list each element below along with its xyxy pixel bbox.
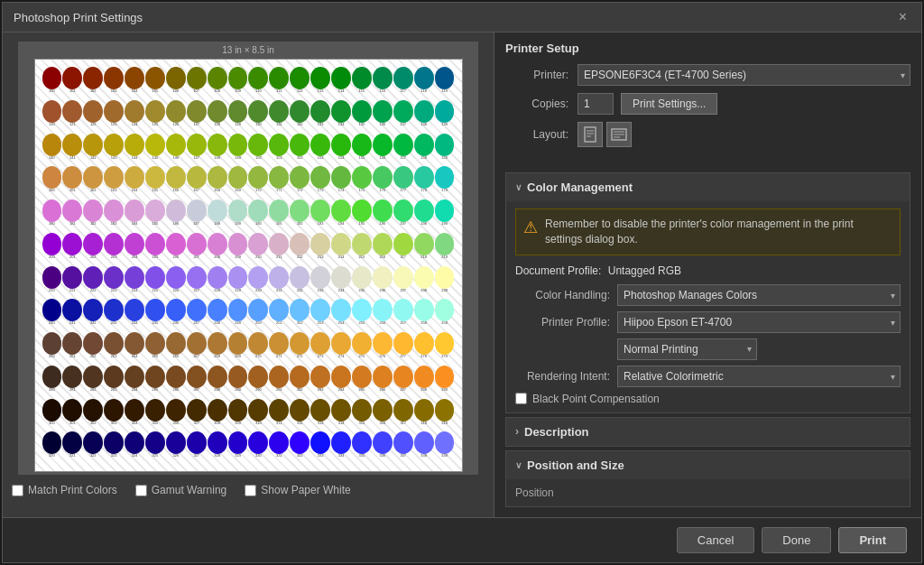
swatch-oval: [187, 67, 207, 89]
color-handling-select[interactable]: Photoshop Manages Colors Printer Manages…: [617, 284, 901, 306]
warning-icon: ⚠: [523, 218, 538, 237]
swatch-oval: [83, 431, 103, 454]
swatch-oval: [228, 233, 248, 255]
swatch-cell: 243: [104, 299, 124, 331]
swatch-oval: [104, 199, 124, 222]
description-header[interactable]: › Description: [506, 418, 910, 446]
swatch-cell: 267: [187, 332, 207, 365]
swatch-oval: [310, 166, 330, 189]
left-panel: 13 in × 8.5 in 1001011021031041051061071…: [3, 32, 494, 517]
swatch-oval: [125, 166, 144, 189]
swatch-cell: 140: [42, 134, 62, 166]
swatch-cell: 250: [248, 299, 268, 331]
swatch-oval: [125, 431, 144, 454]
color-handling-select-wrapper: Photoshop Manages Colors Printer Manages…: [617, 284, 901, 306]
swatch-cell: 295: [352, 366, 372, 398]
swatch-cell: 162: [83, 166, 103, 199]
swatch-oval: [290, 199, 310, 222]
swatch-cell: 150: [248, 134, 268, 166]
swatch-oval: [393, 166, 413, 189]
swatch-cell: 335: [352, 431, 372, 464]
swatch-oval: [83, 299, 103, 321]
swatch-oval: [331, 166, 351, 189]
show-paper-white-checkbox[interactable]: [245, 485, 256, 496]
swatch-cell: 326: [166, 431, 186, 464]
swatch-oval: [352, 233, 372, 255]
swatch-cell: 102: [83, 67, 103, 99]
swatch-oval: [435, 233, 455, 255]
print-button[interactable]: Print: [838, 527, 907, 553]
color-management-header[interactable]: ∨ Color Management: [506, 173, 910, 201]
swatch-oval: [373, 299, 393, 321]
swatch-cell: 228: [208, 266, 227, 299]
printer-select[interactable]: EPSONE6F3C4 (ET-4700 Series): [578, 64, 910, 86]
swatch-oval: [145, 332, 165, 355]
swatch-oval: [62, 166, 82, 189]
normal-printing-select[interactable]: Normal Printing Hard Proofing: [617, 338, 757, 360]
color-management-section: ∨ Color Management ⚠ Remember to disable…: [505, 172, 910, 413]
swatch-cell: 319: [435, 399, 455, 431]
swatch-oval: [228, 399, 248, 421]
swatch-oval: [393, 366, 413, 388]
swatch-cell: 209: [228, 233, 248, 265]
gamut-warning-label[interactable]: Gamut Warning: [135, 484, 227, 496]
show-paper-white-label[interactable]: Show Paper White: [245, 484, 350, 496]
printer-profile-select[interactable]: Hiipoo Epson ET-4700: [617, 311, 901, 333]
swatch-oval: [331, 134, 351, 156]
swatch-oval: [145, 366, 165, 388]
swatch-oval: [248, 266, 268, 289]
swatch-cell: 311: [269, 399, 289, 431]
swatch-cell: 109: [228, 67, 248, 99]
swatch-oval: [145, 431, 165, 454]
swatch-cell: 278: [414, 332, 434, 365]
gamut-warning-checkbox[interactable]: [135, 485, 147, 496]
landscape-icon[interactable]: [606, 122, 632, 147]
swatch-oval: [62, 199, 82, 222]
swatch-cell: 235: [352, 266, 372, 299]
match-print-colors-checkbox[interactable]: [12, 485, 23, 496]
swatch-oval: [125, 134, 144, 156]
swatch-oval: [187, 166, 207, 189]
swatch-cell: 327: [187, 431, 207, 464]
swatch-oval: [42, 199, 62, 222]
swatch-oval: [187, 134, 207, 156]
cancel-button[interactable]: Cancel: [677, 527, 754, 553]
swatch-oval: [104, 431, 124, 454]
swatch-cell: 170: [248, 166, 268, 199]
swatch-cell: 238: [414, 266, 434, 299]
copies-input[interactable]: [578, 93, 614, 115]
swatch-oval: [145, 100, 165, 123]
done-button[interactable]: Done: [762, 527, 831, 553]
description-title: Description: [524, 425, 589, 439]
rendering-intent-select[interactable]: Relative Colorimetric Perceptual Saturat…: [617, 366, 901, 387]
swatch-cell: 103: [104, 67, 124, 99]
swatch-cell: 331: [269, 431, 289, 464]
swatch-oval: [42, 134, 62, 156]
position-size-header[interactable]: ∨ Position and Size: [506, 451, 910, 479]
swatch-cell: 144: [125, 134, 144, 166]
swatch-cell: 128: [208, 100, 227, 133]
swatch-cell: 282: [83, 366, 103, 398]
swatch-oval: [435, 366, 455, 388]
portrait-icon[interactable]: [578, 122, 603, 147]
swatch-cell: 223: [104, 266, 124, 299]
close-button[interactable]: ×: [895, 10, 910, 24]
swatch-oval: [187, 266, 207, 289]
bpc-checkbox[interactable]: [515, 393, 527, 404]
swatch-cell: 328: [208, 431, 227, 464]
swatch-oval: [125, 366, 144, 388]
swatch-cell: 273: [310, 332, 330, 365]
match-print-colors-label[interactable]: Match Print Colors: [12, 484, 117, 496]
swatch-cell: 137: [393, 100, 413, 133]
swatch-cell: 119: [435, 67, 455, 99]
swatch-oval: [62, 233, 82, 255]
swatch-oval: [435, 100, 455, 123]
swatch-cell: 216: [373, 233, 393, 265]
print-settings-button[interactable]: Print Settings...: [621, 93, 717, 115]
swatch-oval: [42, 233, 62, 255]
swatch-cell: 323: [104, 431, 124, 464]
position-size-body: Position: [506, 479, 910, 506]
swatch-cell: 190: [248, 199, 268, 232]
swatch-cell: 182: [83, 199, 103, 232]
swatch-cell: 225: [145, 266, 165, 299]
